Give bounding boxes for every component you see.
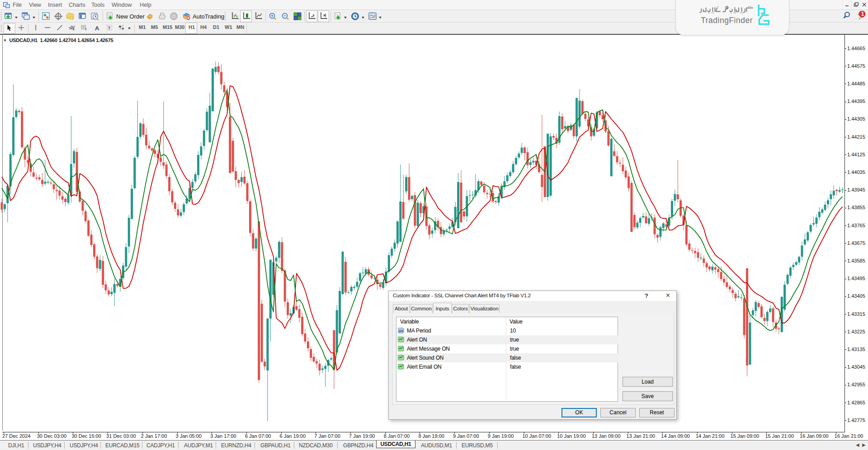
svg-text:E: E <box>73 28 75 31</box>
svg-text:123: 123 <box>398 329 403 333</box>
svg-text:T: T <box>108 26 111 30</box>
svg-text:1: 1 <box>861 11 864 17</box>
svg-text:F: F <box>85 28 87 31</box>
